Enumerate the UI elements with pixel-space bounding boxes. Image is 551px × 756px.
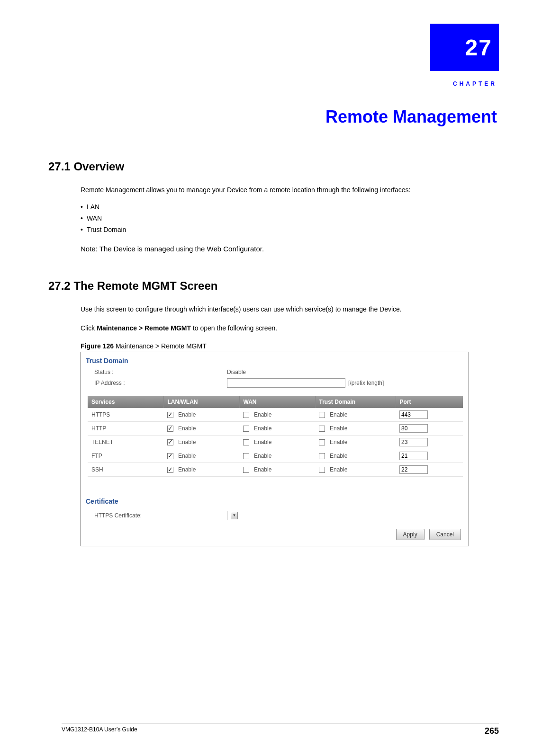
ip-address-row: IP Address : [/prefix length]: [81, 377, 469, 389]
enable-label: Enable: [254, 425, 271, 432]
https-certificate-row: HTTPS Certificate: ▼: [81, 508, 469, 529]
https-port-input[interactable]: [399, 410, 428, 419]
enable-label: Enable: [330, 411, 347, 418]
service-name: HTTP: [88, 421, 163, 435]
enable-label: Enable: [330, 453, 347, 459]
section-27-2-heading: 27.2 The Remote MGMT Screen: [48, 279, 499, 293]
chapter-number-badge: 27: [430, 24, 499, 71]
th-lan-wlan: LAN/WLAN: [163, 396, 239, 408]
enable-label: Enable: [254, 466, 271, 473]
https-certificate-select[interactable]: ▼: [227, 511, 239, 520]
service-name: FTP: [88, 449, 163, 462]
chapter-title: Remote Management: [62, 107, 497, 127]
ssh-lan-checkbox[interactable]: [167, 467, 173, 473]
table-row: HTTP Enable Enable Enable: [88, 421, 463, 435]
bullet-wan: WAN: [81, 214, 499, 222]
enable-label: Enable: [178, 453, 196, 459]
remote-mgmt-screenshot: Trust Domain Status : Disable IP Address…: [81, 352, 469, 546]
th-services: Services: [88, 396, 163, 408]
enable-label: Enable: [254, 453, 271, 459]
table-row: FTP Enable Enable Enable: [88, 449, 463, 462]
interface-bullet-list: LAN WAN Trust Domain: [81, 203, 499, 233]
bullet-trust-domain: Trust Domain: [81, 226, 499, 233]
th-port: Port: [396, 396, 463, 408]
click-prefix: Click: [81, 324, 97, 332]
section-27-1-intro: Remote Management allows you to manage y…: [81, 186, 499, 195]
ip-address-input[interactable]: [227, 378, 345, 388]
enable-label: Enable: [330, 425, 347, 432]
th-trust-domain: Trust Domain: [315, 396, 396, 408]
enable-label: Enable: [330, 439, 347, 445]
enable-label: Enable: [178, 466, 196, 473]
table-row: HTTPS Enable Enable Enable: [88, 408, 463, 422]
http-wan-checkbox[interactable]: [243, 426, 249, 432]
section-27-2-intro: Use this screen to configure through whi…: [81, 305, 499, 314]
ip-address-label: IP Address :: [94, 380, 227, 386]
ssh-port-input[interactable]: [399, 465, 428, 474]
ftp-wan-checkbox[interactable]: [243, 453, 249, 459]
enable-label: Enable: [178, 411, 196, 418]
ssh-wan-checkbox[interactable]: [243, 467, 249, 473]
service-name: SSH: [88, 462, 163, 476]
figure-caption: Figure 126 Maintenance > Remote MGMT: [81, 342, 499, 350]
figure-caption-text: Maintenance > Remote MGMT: [114, 342, 207, 350]
apply-button[interactable]: Apply: [396, 529, 425, 540]
enable-label: Enable: [254, 439, 271, 445]
ftp-trust-domain-checkbox[interactable]: [319, 453, 325, 459]
page-footer: VMG1312-B10A User’s Guide 265: [62, 723, 499, 736]
click-suffix: to open the following screen.: [191, 324, 277, 332]
footer-page-number: 265: [485, 726, 499, 736]
enable-label: Enable: [254, 411, 271, 418]
telnet-lan-checkbox[interactable]: [167, 439, 173, 445]
table-row: TELNET Enable Enable Enable: [88, 435, 463, 449]
http-port-input[interactable]: [399, 424, 428, 433]
click-bold-path: Maintenance > Remote MGMT: [97, 324, 191, 332]
bullet-lan: LAN: [81, 203, 499, 211]
service-name: TELNET: [88, 435, 163, 449]
cancel-button[interactable]: Cancel: [429, 529, 461, 540]
ip-prefix-length-hint: [/prefix length]: [348, 380, 384, 386]
table-row: SSH Enable Enable Enable: [88, 462, 463, 476]
status-label: Status :: [94, 369, 227, 375]
th-wan: WAN: [239, 396, 315, 408]
trust-domain-heading: Trust Domain: [81, 352, 469, 367]
section-27-1-heading: 27.1 Overview: [48, 160, 499, 173]
services-table: Services LAN/WLAN WAN Trust Domain Port …: [88, 396, 463, 477]
https-certificate-label: HTTPS Certificate:: [94, 512, 227, 519]
https-wan-checkbox[interactable]: [243, 412, 249, 418]
status-row: Status : Disable: [81, 367, 469, 377]
click-path: Click Maintenance > Remote MGMT to open …: [81, 324, 499, 332]
https-trust-domain-checkbox[interactable]: [319, 412, 325, 418]
ssh-trust-domain-checkbox[interactable]: [319, 467, 325, 473]
http-lan-checkbox[interactable]: [167, 426, 173, 432]
footer-guide-name: VMG1312-B10A User’s Guide: [62, 726, 137, 736]
telnet-wan-checkbox[interactable]: [243, 439, 249, 445]
https-lan-checkbox[interactable]: [167, 412, 173, 418]
figure-label: Figure 126: [81, 342, 114, 350]
button-row: Apply Cancel: [81, 529, 469, 546]
chapter-prefix: CHAPTER: [62, 80, 497, 87]
chevron-down-icon: ▼: [231, 512, 238, 519]
enable-label: Enable: [330, 466, 347, 473]
telnet-port-input[interactable]: [399, 438, 428, 446]
enable-label: Enable: [178, 425, 196, 432]
status-value: Disable: [227, 369, 246, 375]
service-name: HTTPS: [88, 408, 163, 422]
enable-label: Enable: [178, 439, 196, 445]
section-27-1-note: Note: The Device is managed using the We…: [81, 245, 499, 253]
telnet-trust-domain-checkbox[interactable]: [319, 439, 325, 445]
table-header-row: Services LAN/WLAN WAN Trust Domain Port: [88, 396, 463, 408]
http-trust-domain-checkbox[interactable]: [319, 426, 325, 432]
ftp-lan-checkbox[interactable]: [167, 453, 173, 459]
ftp-port-input[interactable]: [399, 452, 428, 460]
certificate-heading: Certificate: [81, 493, 469, 508]
